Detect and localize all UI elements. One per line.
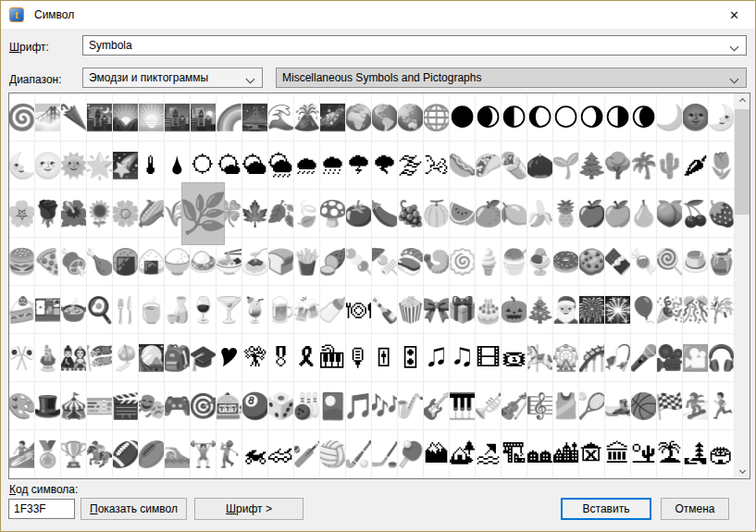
symbol-cell[interactable]: 🍖 <box>61 238 87 286</box>
show-symbol-button[interactable]: Показать символ <box>81 498 187 520</box>
symbol-cell[interactable]: 🎱 <box>242 382 268 430</box>
font-select[interactable]: Symbola <box>82 35 747 56</box>
symbol-cell[interactable]: 🎹 <box>450 382 476 430</box>
symbol-cell[interactable]: 🍶 <box>165 286 191 334</box>
symbol-cell[interactable]: 🌇 <box>191 93 217 142</box>
symbol-cell[interactable]: 🌊 <box>268 93 294 142</box>
symbol-cell[interactable]: 🎽 <box>553 382 579 430</box>
symbol-cell[interactable]: 🍾 <box>372 286 398 334</box>
symbol-cell[interactable]: 🎗 <box>294 334 320 382</box>
symbol-cell[interactable]: 🍍 <box>553 190 579 238</box>
close-icon[interactable]: ✕ <box>713 1 755 29</box>
symbol-cell[interactable]: 🌽 <box>139 190 165 238</box>
symbol-cell[interactable]: 🌀 <box>9 93 35 142</box>
symbol-cell[interactable]: 🍔 <box>9 238 35 286</box>
symbol-cell[interactable]: 🌌 <box>320 93 346 142</box>
symbol-cell[interactable]: 🍰 <box>9 286 35 334</box>
symbol-cell[interactable]: 🌎 <box>372 93 398 142</box>
symbol-cell[interactable]: 🌶 <box>683 142 709 190</box>
symbol-cell[interactable]: 🎰 <box>217 382 242 430</box>
symbol-cell[interactable]: 🍴 <box>113 286 139 334</box>
symbol-cell[interactable]: 🎧 <box>709 334 735 382</box>
symbol-cell[interactable]: 🌞 <box>61 142 87 190</box>
symbol-cell[interactable]: 🏘 <box>527 430 553 478</box>
selected-symbol-cell[interactable]: 🌿 <box>181 182 225 245</box>
symbol-cell[interactable]: 🎕 <box>242 334 268 382</box>
symbol-cell[interactable]: 🎭 <box>139 382 165 430</box>
symbol-cell[interactable]: 🎛 <box>398 334 424 382</box>
symbol-cell[interactable]: 🎨 <box>9 382 35 430</box>
symbol-cell[interactable]: 🎌 <box>9 334 35 382</box>
symbol-cell[interactable]: 🏗 <box>502 430 527 478</box>
symbol-cell[interactable]: 🍉 <box>450 190 476 238</box>
symbol-cell[interactable]: 🌓 <box>502 93 527 142</box>
symbol-cell[interactable]: 🌻 <box>87 190 113 238</box>
symbol-cell[interactable]: 🍑 <box>657 190 683 238</box>
symbol-cell[interactable]: 🎦 <box>683 334 709 382</box>
symbol-cell[interactable]: 🌝 <box>35 142 61 190</box>
symbol-cell[interactable]: 🍏 <box>605 190 631 238</box>
symbol-cell[interactable]: 🎸 <box>424 382 450 430</box>
symbol-cell[interactable]: 🍬 <box>631 238 657 286</box>
symbol-cell[interactable]: 🍁 <box>242 190 268 238</box>
symbol-cell[interactable]: 🏄 <box>9 430 35 478</box>
symbol-cell[interactable]: 🍢 <box>372 238 398 286</box>
symbol-cell[interactable]: 🏒 <box>372 430 398 478</box>
symbol-cell[interactable]: 🌺 <box>61 190 87 238</box>
symbol-cell[interactable]: 🍽 <box>346 286 372 334</box>
symbol-cell[interactable]: 🎲 <box>268 382 294 430</box>
cancel-button[interactable]: Отмена <box>661 498 729 520</box>
scrollbar-thumb[interactable] <box>735 109 750 215</box>
symbol-cell[interactable]: 🎙 <box>346 334 372 382</box>
symbol-cell[interactable]: 🎳 <box>294 382 320 430</box>
symbol-cell[interactable]: 🎈 <box>631 286 657 334</box>
symbol-cell[interactable]: 🍝 <box>242 238 268 286</box>
symbol-cell[interactable]: 🎠 <box>527 334 553 382</box>
symbol-cell[interactable]: 🌑 <box>450 93 476 142</box>
symbol-cell[interactable]: 🌦 <box>268 142 294 190</box>
symbol-cell[interactable]: 🏁 <box>657 382 683 430</box>
symbol-cell[interactable]: 🍂 <box>268 190 294 238</box>
symbol-cell[interactable]: 🌒 <box>476 93 502 142</box>
symbol-cell[interactable]: 🏏 <box>294 430 320 478</box>
symbol-cell[interactable]: 🍿 <box>398 286 424 334</box>
symbol-cell[interactable]: 🌂 <box>61 93 87 142</box>
symbol-cell[interactable]: 🎎 <box>61 334 87 382</box>
symbol-cell[interactable]: 🎴 <box>320 382 346 430</box>
symbol-cell[interactable]: 🌳 <box>605 142 631 190</box>
symbol-cell[interactable]: 🎤 <box>631 334 657 382</box>
symbol-cell[interactable]: 🍣 <box>398 238 424 286</box>
symbol-cell[interactable]: 🎞 <box>476 334 502 382</box>
symbol-cell[interactable]: 🌬 <box>424 142 450 190</box>
symbol-cell[interactable]: 🌕 <box>553 93 579 142</box>
symbol-cell[interactable]: 🎇 <box>605 286 631 334</box>
symbol-cell[interactable]: 🏓 <box>398 430 424 478</box>
font-dialog-button[interactable]: Шрифт > <box>194 498 304 520</box>
symbol-cell[interactable]: 🍭 <box>657 238 683 286</box>
symbol-cell[interactable]: 🍙 <box>139 238 165 286</box>
symbol-cell[interactable]: 🍻 <box>294 286 320 334</box>
symbol-cell[interactable]: 🍅 <box>346 190 372 238</box>
symbol-cell[interactable]: 🎃 <box>502 286 527 334</box>
symbol-cell[interactable]: 🏃 <box>709 382 735 430</box>
symbol-cell[interactable]: 🍫 <box>605 238 631 286</box>
symbol-cell[interactable]: 🌐 <box>424 93 450 142</box>
symbol-cell[interactable]: 🌅 <box>139 93 165 142</box>
symbol-cell[interactable]: 🌏 <box>398 93 424 142</box>
symbol-cell[interactable]: 🌸 <box>9 190 35 238</box>
symbol-cell[interactable]: 🎪 <box>61 382 87 430</box>
symbol-cell[interactable]: 🌡 <box>139 142 165 190</box>
symbol-cell[interactable]: 🌉 <box>242 93 268 142</box>
symbol-cell[interactable]: 🍯 <box>709 238 735 286</box>
symbol-cell[interactable]: 🌪 <box>372 142 398 190</box>
symbol-cell[interactable]: 🍟 <box>294 238 320 286</box>
symbol-cell[interactable]: 🎶 <box>372 382 398 430</box>
titlebar[interactable]: t Символ ✕ <box>1 1 755 29</box>
symbol-cell[interactable]: 🍞 <box>268 238 294 286</box>
symbol-cell[interactable]: 🎍 <box>35 334 61 382</box>
symbol-cell[interactable]: 🏇 <box>87 430 113 478</box>
symbol-cell[interactable]: 🌃 <box>87 93 113 142</box>
symbol-cell[interactable]: 🌋 <box>294 93 320 142</box>
symbol-cell[interactable]: 🏅 <box>35 430 61 478</box>
symbol-cell[interactable]: 🎮 <box>165 382 191 430</box>
